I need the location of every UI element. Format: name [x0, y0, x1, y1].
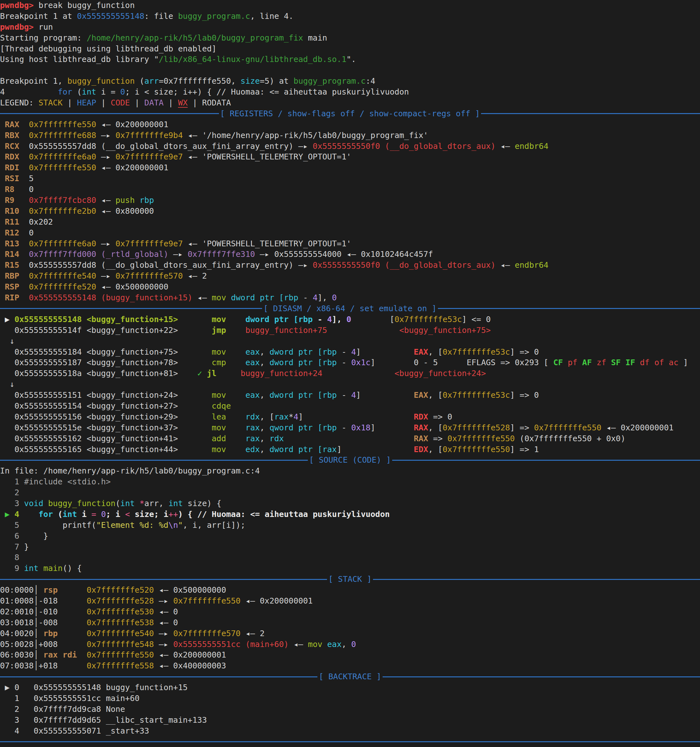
terminal-line: 0x555555555187 <buggy_function+78> cmp e… — [0, 357, 700, 368]
terminal-line: RAX 0x7fffffffe550 ◂— 0x200000001 — [0, 119, 700, 130]
terminal-line: R10 0x7fffffffe2b0 ◂— 0x800000 — [0, 206, 700, 217]
separator-rule — [0, 308, 262, 309]
terminal-line: 0x55555555515e <buggy_function+37> mov r… — [0, 422, 700, 433]
separator-backtrace: [ BACKTRACE ] — [0, 671, 700, 682]
terminal-line: R9 0x7ffff7fcbc80 ◂— push rbp — [0, 195, 700, 206]
separator-rule — [0, 741, 700, 742]
terminal-line: 05:0028│+008 0x7fffffffe548 —▸ 0x5555555… — [0, 639, 700, 650]
terminal-line: R14 0x7ffff7ffd000 (_rtld_global) —▸ 0x7… — [0, 249, 700, 260]
separator-rule — [373, 579, 700, 580]
separator-rule — [0, 113, 219, 114]
terminal-line: 4 for (int i = 0; i < size; i++) { // Hu… — [0, 86, 700, 97]
terminal-line: 3 void buggy_function(int *arr, int size… — [0, 498, 700, 509]
legend: LEGEND: STACK | HEAP | CODE | DATA | WX … — [0, 97, 700, 108]
backtrace-frame-2: 2 0x7ffff7dd9ca8 None — [0, 704, 700, 715]
separator-disasm: [ DISASM / x86-64 / set emulate on ] — [0, 303, 700, 314]
terminal-line: 0x555555555156 <buggy_function+29> lea r… — [0, 411, 700, 422]
separator-rule — [392, 460, 700, 461]
terminal-line: ↓ — [0, 379, 700, 390]
source-current-line: ▶ 4 for (int i = 0; i < size; i++) { // … — [0, 509, 700, 520]
terminal-line: [Thread debugging using libthread_db ena… — [0, 44, 700, 54]
terminal-line: Using host libthread_db library "/lib/x8… — [0, 54, 700, 65]
terminal-line: RDI 0x7fffffffe550 ◂— 0x200000001 — [0, 162, 700, 173]
terminal-line: 0x55555555514f <buggy_function+22> jmp b… — [0, 325, 700, 336]
separator-rule — [0, 460, 308, 461]
terminal-line: 00:0000│ rsp 0x7fffffffe520 ◂— 0x5000000… — [0, 585, 700, 596]
terminal-line: 7 } — [0, 541, 700, 552]
terminal-line: 0x555555555165 <buggy_function+44> mov e… — [0, 444, 700, 455]
terminal-line: Starting program: /home/henry/app-rik/h5… — [0, 33, 700, 44]
terminal-line: RCX 0x555555557dd8 (__do_global_dtors_au… — [0, 141, 700, 152]
separator-rule — [438, 308, 700, 309]
separator-stack: [ STACK ] — [0, 574, 700, 585]
separator-rule — [0, 579, 327, 580]
disasm-current-line: ▶ 0x555555555148 <buggy_function+15> mov… — [0, 314, 700, 325]
terminal-line: RBX 0x7fffffffe688 —▸ 0x7fffffffe9b4 ◂— … — [0, 130, 700, 141]
terminal-line: 0x555555555184 <buggy_function+75> mov e… — [0, 347, 700, 357]
terminal-line: R15 0x555555557dd8 (__do_global_dtors_au… — [0, 260, 700, 271]
backtrace-frame-0: ▶ 0 0x555555555148 buggy_function+15 — [0, 682, 700, 693]
terminal-line: RSP 0x7fffffffe520 ◂— 0x500000000 — [0, 281, 700, 292]
terminal-line: RBP 0x7fffffffe540 —▸ 0x7fffffffe570 ◂— … — [0, 271, 700, 281]
terminal-line: 0x555555555151 <buggy_function+24> mov e… — [0, 390, 700, 401]
gdb-command-run: pwndbg> run — [0, 22, 700, 33]
terminal-line: RDX 0x7fffffffe6a0 —▸ 0x7fffffffe9e7 ◂— … — [0, 151, 700, 162]
section-title: [ DISASM / x86-64 / set emulate on ] — [262, 303, 438, 314]
terminal-line: R8 0 — [0, 184, 700, 195]
terminal-line: 02:0010│-010 0x7fffffffe530 ◂— 0 — [0, 606, 700, 617]
terminal-line: 06:0030│ rax rdi 0x7fffffffe550 ◂— 0x200… — [0, 650, 700, 661]
terminal-line: In file: /home/henry/app-rik/h5/lab0/bug… — [0, 466, 700, 476]
terminal-line: 0x555555555154 <buggy_function+27> cdqe — [0, 401, 700, 411]
section-title: [ REGISTERS / show-flags off / show-comp… — [219, 108, 481, 119]
section-title: [ BACKTRACE ] — [317, 671, 383, 682]
terminal-line: R11 0x202 — [0, 217, 700, 227]
terminal-line: 0x555555555162 <buggy_function+41> add r… — [0, 433, 700, 444]
terminal-line: 04:0020│ rbp 0x7fffffffe540 —▸ 0x7ffffff… — [0, 628, 700, 639]
backtrace-frame-1: 1 0x5555555551cc main+60 — [0, 693, 700, 704]
terminal-line: 2 — [0, 487, 700, 498]
terminal-line: 6 } — [0, 531, 700, 541]
backtrace-frame-3: 3 0x7ffff7dd9d65 __libc_start_main+133 — [0, 715, 700, 726]
section-title: [ SOURCE (CODE) ] — [308, 455, 392, 466]
pwndbg-terminal: pwndbg> break buggy_functionBreakpoint 1… — [0, 0, 700, 747]
terminal-line: R13 0x7fffffffe6a0 —▸ 0x7fffffffe9e7 ◂— … — [0, 238, 700, 249]
terminal-line: 03:0018│-008 0x7fffffffe538 ◂— 0 — [0, 617, 700, 628]
terminal-line: ↓ — [0, 336, 700, 347]
terminal-line: 9 int main() { — [0, 563, 700, 574]
backtrace-frame-4: 4 0x555555555071 _start+33 — [0, 726, 700, 736]
terminal-line: 8 — [0, 552, 700, 563]
separator-rule — [0, 676, 317, 677]
separator-registers: [ REGISTERS / show-flags off / show-comp… — [0, 108, 700, 119]
terminal-line: Breakpoint 1, buggy_function (arr=0x7fff… — [0, 76, 700, 86]
terminal-line: R12 0 — [0, 227, 700, 238]
terminal-line: Breakpoint 1 at 0x555555555148: file bug… — [0, 11, 700, 22]
terminal-line: 0x55555555518a <buggy_function+81> ✓ jl … — [0, 368, 700, 379]
terminal-line: RSI 5 — [0, 173, 700, 184]
separator-rule — [481, 113, 700, 114]
terminal-line: 01:0008│-018 0x7fffffffe528 —▸ 0x7ffffff… — [0, 596, 700, 606]
section-title: [ STACK ] — [327, 574, 373, 585]
terminal-line: 5 printf("Element %d: %d\n", i, arr[i]); — [0, 520, 700, 531]
separator-rule — [383, 676, 700, 677]
terminal-line: 1 #include <stdio.h> — [0, 476, 700, 487]
gdb-command-break: pwndbg> break buggy_function — [0, 0, 700, 11]
terminal-line: 07:0038│+018 0x7fffffffe558 ◂— 0x4000000… — [0, 661, 700, 671]
separator-source: [ SOURCE (CODE) ] — [0, 455, 700, 466]
terminal-line: RIP 0x555555555148 (buggy_function+15) ◂… — [0, 292, 700, 303]
terminal-line — [0, 65, 700, 76]
separator-bottom — [0, 736, 700, 747]
